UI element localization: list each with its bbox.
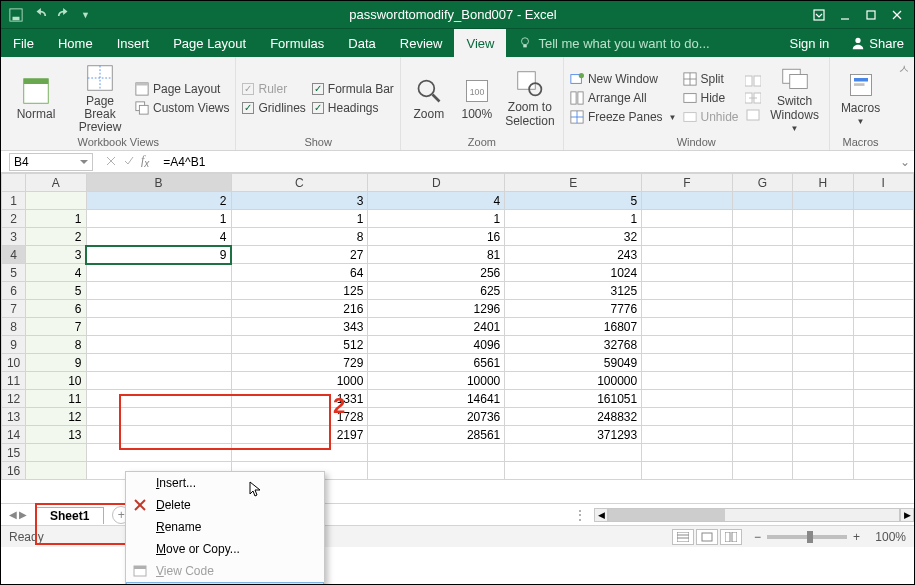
cell[interactable]: [732, 318, 792, 336]
cell[interactable]: [642, 228, 733, 246]
table-row[interactable]: 1312172820736248832: [2, 408, 914, 426]
cell[interactable]: [732, 192, 792, 210]
cell[interactable]: [642, 354, 733, 372]
fx-icon[interactable]: fx: [141, 153, 149, 169]
cell[interactable]: 14641: [368, 390, 505, 408]
cell[interactable]: [732, 264, 792, 282]
arrange-all-button[interactable]: Arrange All: [570, 89, 677, 107]
cell[interactable]: [26, 444, 86, 462]
cell[interactable]: 16: [368, 228, 505, 246]
close-button[interactable]: [886, 5, 908, 25]
sheet-tab-sheet1[interactable]: Sheet1: [35, 507, 104, 524]
menu-insert[interactable]: Insert...: [126, 472, 324, 494]
cell[interactable]: [732, 372, 792, 390]
cell[interactable]: 1331: [231, 390, 368, 408]
cell[interactable]: [793, 246, 853, 264]
cell[interactable]: [853, 228, 913, 246]
cell[interactable]: [86, 354, 231, 372]
cell[interactable]: [642, 264, 733, 282]
cell[interactable]: [505, 444, 642, 462]
cell[interactable]: [86, 318, 231, 336]
zoom-100-button[interactable]: 100 100%: [457, 75, 497, 121]
cell[interactable]: [793, 300, 853, 318]
cell[interactable]: 16807: [505, 318, 642, 336]
cell[interactable]: [853, 444, 913, 462]
row-header[interactable]: 16: [2, 462, 26, 480]
row-header[interactable]: 3: [2, 228, 26, 246]
tab-insert[interactable]: Insert: [105, 29, 162, 57]
cell[interactable]: [86, 444, 231, 462]
cell[interactable]: 3: [26, 246, 86, 264]
cell[interactable]: [642, 246, 733, 264]
cell[interactable]: 6: [26, 300, 86, 318]
cell[interactable]: 28561: [368, 426, 505, 444]
column-headers[interactable]: A B C D E F G H I: [2, 174, 914, 192]
cell[interactable]: 512: [231, 336, 368, 354]
cell[interactable]: [642, 336, 733, 354]
table-row[interactable]: 12345: [2, 192, 914, 210]
undo-icon[interactable]: [33, 8, 47, 22]
menu-delete[interactable]: Delete: [126, 494, 324, 516]
cell[interactable]: [793, 408, 853, 426]
row-header[interactable]: 1: [2, 192, 26, 210]
row-header[interactable]: 10: [2, 354, 26, 372]
table-row[interactable]: 54642561024: [2, 264, 914, 282]
cell[interactable]: 32: [505, 228, 642, 246]
cell[interactable]: [853, 192, 913, 210]
cell[interactable]: [793, 264, 853, 282]
cell[interactable]: 12: [26, 408, 86, 426]
cell[interactable]: 9: [86, 246, 231, 264]
cell[interactable]: [793, 282, 853, 300]
table-row[interactable]: 211111: [2, 210, 914, 228]
cell[interactable]: [642, 282, 733, 300]
row-header[interactable]: 9: [2, 336, 26, 354]
gridlines-checkbox[interactable]: Gridlines: [242, 99, 305, 117]
cell[interactable]: 4: [26, 264, 86, 282]
tab-view[interactable]: View: [454, 29, 506, 57]
cell[interactable]: 7776: [505, 300, 642, 318]
cell[interactable]: [642, 390, 733, 408]
worksheet-grid[interactable]: A B C D E F G H I 1234521111132481632439…: [1, 173, 914, 503]
cell[interactable]: [86, 390, 231, 408]
tab-home[interactable]: Home: [46, 29, 105, 57]
col-header-G[interactable]: G: [732, 174, 792, 192]
cell[interactable]: [642, 444, 733, 462]
table-row[interactable]: 4392781243: [2, 246, 914, 264]
headings-checkbox[interactable]: Headings: [312, 99, 394, 117]
sign-in-link[interactable]: Sign in: [778, 29, 842, 57]
cell[interactable]: 81: [368, 246, 505, 264]
row-header[interactable]: 15: [2, 444, 26, 462]
cell[interactable]: 10000: [368, 372, 505, 390]
switch-windows-button[interactable]: Switch Windows▼: [767, 62, 823, 133]
cell[interactable]: [793, 336, 853, 354]
cell[interactable]: [642, 372, 733, 390]
cell[interactable]: 343: [231, 318, 368, 336]
cell[interactable]: [853, 282, 913, 300]
cell[interactable]: [642, 426, 733, 444]
cell[interactable]: [231, 444, 368, 462]
cell[interactable]: [793, 228, 853, 246]
sheet-nav-arrows[interactable]: ◀▶: [1, 509, 35, 520]
normal-view-shortcut[interactable]: [672, 529, 694, 545]
cell[interactable]: 11: [26, 390, 86, 408]
cell[interactable]: [732, 228, 792, 246]
cell[interactable]: 32768: [505, 336, 642, 354]
row-header[interactable]: 6: [2, 282, 26, 300]
cell[interactable]: 20736: [368, 408, 505, 426]
cell[interactable]: 125: [231, 282, 368, 300]
cell[interactable]: 59049: [505, 354, 642, 372]
cell[interactable]: [853, 408, 913, 426]
tab-review[interactable]: Review: [388, 29, 455, 57]
cell[interactable]: [732, 210, 792, 228]
cell[interactable]: [642, 210, 733, 228]
save-icon[interactable]: [9, 8, 23, 22]
cell[interactable]: [642, 318, 733, 336]
col-header-A[interactable]: A: [26, 174, 86, 192]
cell[interactable]: 6561: [368, 354, 505, 372]
cell[interactable]: 10: [26, 372, 86, 390]
cell[interactable]: 4: [86, 228, 231, 246]
table-row[interactable]: 1211133114641161051: [2, 390, 914, 408]
cell[interactable]: [732, 390, 792, 408]
horizontal-scrollbar[interactable]: ◀ ▶: [594, 508, 914, 522]
row-header[interactable]: 14: [2, 426, 26, 444]
